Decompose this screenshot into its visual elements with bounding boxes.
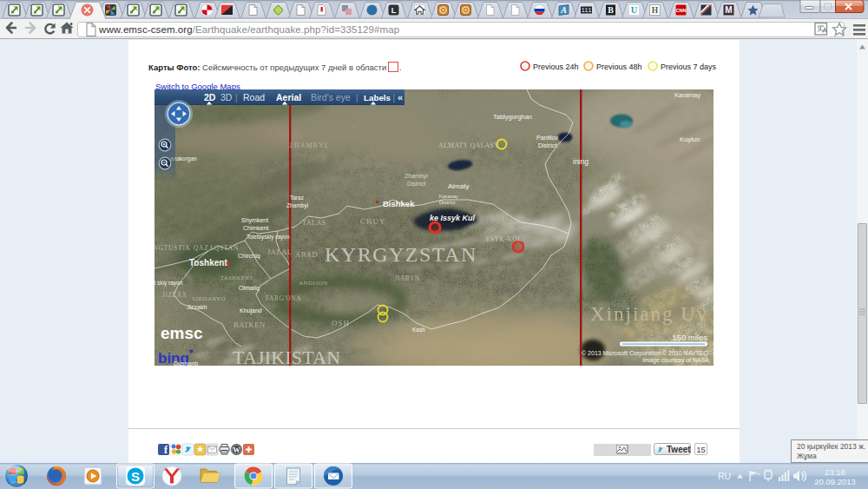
svg-text:Taldygorghan: Taldygorghan	[493, 113, 532, 121]
svg-text:District: District	[538, 142, 556, 149]
svg-text:JALAL: JALAL	[267, 248, 292, 256]
svg-text:Zhambyl: Zhambyl	[286, 202, 308, 209]
svg-text:CNN: CNN	[675, 8, 686, 13]
svg-text:OSH: OSH	[332, 319, 350, 327]
svg-text:RU: RU	[718, 471, 731, 481]
svg-text:150 miles: 150 miles	[672, 333, 707, 342]
svg-text:U: U	[631, 5, 638, 15]
svg-text:«: «	[398, 92, 403, 102]
svg-text:TALAS: TALAS	[302, 219, 326, 227]
svg-text:3D: 3D	[220, 92, 233, 102]
svg-text:Road: Road	[243, 92, 265, 102]
svg-text:Kuytun: Kuytun	[680, 135, 700, 143]
svg-text:ral skiy rayon: ral skiy rayon	[155, 280, 183, 287]
svg-text:A: A	[560, 5, 567, 15]
svg-text:Khujand: Khujand	[240, 307, 262, 314]
svg-text:ining: ining	[573, 157, 589, 166]
svg-text:Image courtesy of NASA: Image courtesy of NASA	[642, 357, 709, 364]
svg-text:Bishkek: Bishkek	[383, 199, 415, 208]
svg-text:Kash: Kash	[412, 327, 425, 333]
svg-text:Jizzakh: Jizzakh	[187, 304, 207, 310]
svg-text:|: |	[393, 93, 396, 102]
svg-text:Bird's eye: Bird's eye	[311, 92, 351, 102]
svg-text:CHUY: CHUY	[360, 217, 386, 226]
svg-text:Zhambyl: Zhambyl	[404, 173, 428, 180]
svg-text:YSYK-KÖL: YSYK-KÖL	[485, 235, 522, 243]
svg-text:Chirchiq: Chirchiq	[238, 253, 260, 260]
svg-text:Toshkent: Toshkent	[189, 258, 227, 268]
svg-text:20.09.2013: 20.09.2013	[814, 477, 856, 486]
svg-text:Panfilov: Panfilov	[536, 135, 558, 141]
svg-text:|: |	[235, 93, 238, 102]
svg-text:Aerial: Aerial	[276, 92, 301, 102]
svg-text:ALMATY QALASY: ALMATY QALASY	[438, 142, 499, 149]
svg-text:Taraz: Taraz	[290, 195, 304, 201]
svg-text:BATKEN: BATKEN	[233, 320, 266, 329]
svg-text:SIRDARYO: SIRDARYO	[192, 295, 226, 302]
svg-text:District: District	[439, 200, 456, 205]
svg-text:2D: 2D	[204, 92, 216, 102]
svg-text:Karasay: Karasay	[439, 194, 458, 199]
svg-text:S: S	[131, 469, 140, 484]
svg-text:W: W	[233, 446, 240, 454]
svg-text:Labels: Labels	[364, 93, 391, 102]
svg-text:Xinjiang Uy: Xinjiang Uy	[590, 303, 708, 325]
svg-text:Shymkent: Shymkent	[241, 217, 268, 224]
svg-text:Chimkent: Chimkent	[243, 225, 269, 231]
svg-text:TAJIKISTAN: TAJIKISTAN	[233, 347, 340, 366]
svg-text:H: H	[652, 6, 659, 15]
svg-text:TASHKENT: TASHKENT	[220, 274, 253, 281]
svg-text:23:18: 23:18	[825, 467, 845, 477]
svg-text:District: District	[407, 181, 425, 187]
svg-text:emsc: emsc	[161, 324, 203, 342]
svg-text:Dushanb: Dushanb	[174, 360, 198, 366]
svg-text:ke Issyk Kul: ke Issyk Kul	[430, 214, 476, 222]
svg-text:JIZZAX: JIZZAX	[162, 291, 187, 299]
svg-text:Almaty: Almaty	[448, 182, 469, 190]
svg-text:111: 111	[582, 8, 592, 14]
svg-text:Olmaliq: Olmaliq	[239, 285, 260, 292]
svg-text:|: |	[356, 93, 358, 102]
svg-text:ONGTUSTIK QAZAQSTAN: ONGTUSTIK QAZAQSTAN	[155, 244, 239, 252]
svg-text:ZHAMBYL: ZHAMBYL	[289, 142, 330, 149]
svg-text:B: B	[608, 5, 614, 15]
svg-text:NARYN: NARYN	[395, 274, 420, 282]
svg-text:ABAD: ABAD	[295, 250, 318, 259]
svg-text:ANDIJON: ANDIJON	[299, 280, 328, 287]
svg-text:M: M	[725, 5, 732, 15]
svg-text:L: L	[391, 6, 397, 15]
svg-text:FARG'ONA: FARG'ONA	[266, 294, 301, 302]
svg-text:Tolebiyskiy rayon: Tolebiyskiy rayon	[247, 234, 290, 241]
svg-text:Karamay: Karamay	[674, 91, 700, 99]
svg-text:KYRGYZSTAN: KYRGYZSTAN	[325, 243, 477, 266]
